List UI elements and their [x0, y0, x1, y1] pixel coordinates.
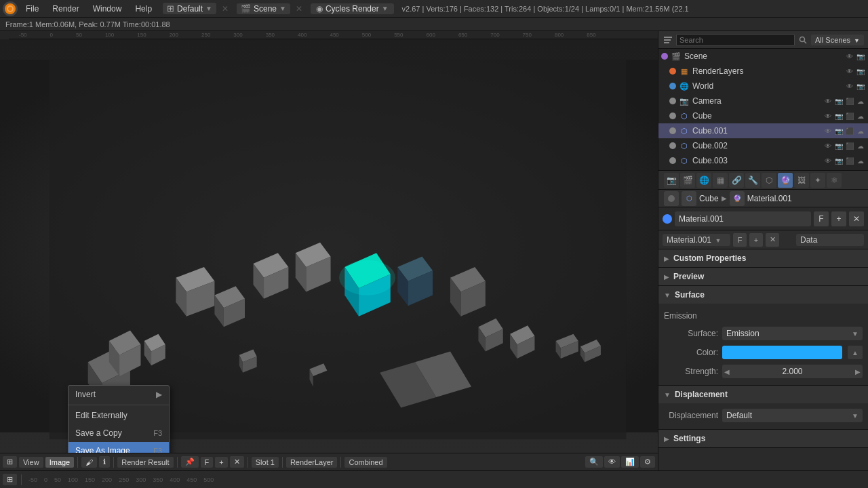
custom-properties-header[interactable]: ▶ Custom Properties — [658, 249, 868, 267]
ctx-f-btn[interactable]: F — [733, 233, 747, 247]
cube003-icon-2[interactable]: 📷 — [834, 156, 844, 165]
cube001-icon-1[interactable]: 👁 — [823, 126, 833, 136]
prop-physics-icon[interactable]: ⚛ — [827, 173, 842, 188]
mat-close-btn[interactable]: ✕ — [849, 211, 864, 226]
cube001-icon-2[interactable]: 📷 — [834, 126, 844, 136]
mat-f-btn[interactable]: F — [814, 211, 829, 226]
strength-input[interactable]: ◀ 2.000 ▶ — [722, 365, 863, 378]
cube-dot[interactable] — [669, 113, 676, 119]
bottom-view-btn[interactable]: View — [19, 457, 43, 468]
engine-selector[interactable]: ◉ Cycles Render ▼ — [311, 3, 394, 14]
cube-icon-1[interactable]: 👁 — [823, 111, 833, 121]
prop-scene-icon[interactable]: 🎬 — [680, 173, 695, 188]
camera-icon-1[interactable]: 👁 — [823, 96, 833, 106]
cube002-dot[interactable] — [669, 142, 676, 149]
cube002-icon-1[interactable]: 👁 — [823, 141, 833, 150]
tree-item-cube[interactable]: ⬡ Cube 👁 📷 ⬛ ☁ — [658, 108, 868, 123]
mat-add-btn[interactable]: + — [831, 211, 846, 226]
settings-btn-2[interactable]: ⚙ — [640, 456, 655, 468]
world-dot[interactable] — [669, 83, 676, 89]
tree-item-cube001[interactable]: ⬡ Cube.001 👁 📷 ⬛ ☁ — [658, 123, 868, 138]
tree-item-scene[interactable]: 🎬 Scene 👁 📷 — [658, 49, 868, 64]
combined-btn[interactable]: Combined — [344, 457, 387, 468]
cube001-icon-3[interactable]: ⬛ — [845, 126, 854, 136]
surface-dropdown[interactable]: Emission ▼ — [722, 327, 863, 340]
bottom-image-btn[interactable]: Image — [45, 457, 75, 468]
paint-icon[interactable]: 🖌 — [81, 457, 97, 468]
prop-constraint-icon[interactable]: 🔗 — [729, 173, 744, 188]
cube001-icon-4[interactable]: ☁ — [856, 126, 865, 136]
close-btn[interactable]: ✕ — [230, 456, 244, 468]
prop-data-icon[interactable]: ⬡ — [762, 173, 776, 188]
color-options-btn[interactable]: ▲ — [848, 346, 863, 359]
preview-header[interactable]: ▶ Preview — [658, 268, 868, 285]
cube003-dot[interactable] — [669, 157, 676, 164]
scene-vis-icon[interactable]: 👁 — [845, 52, 854, 61]
world-icon-1[interactable]: 👁 — [845, 81, 854, 91]
surface-header[interactable]: ▼ Surface — [658, 286, 868, 304]
ctx-save-copy[interactable]: Save a Copy F3 — [68, 424, 169, 442]
cube003-icon-3[interactable]: ⬛ — [845, 156, 854, 165]
settings-header[interactable]: ▶ Settings — [658, 430, 868, 447]
tree-item-camera[interactable]: 📷 Camera 👁 📷 ⬛ ☁ — [658, 94, 868, 108]
cube-icon-4[interactable]: ☁ — [856, 111, 865, 121]
prop-modifier-icon[interactable]: 🔧 — [745, 173, 760, 188]
breadcrumb-home-icon[interactable] — [664, 191, 679, 206]
rl-icon-1[interactable]: 👁 — [845, 66, 854, 76]
frame-btn[interactable]: F — [201, 457, 214, 468]
prop-obj-icon[interactable]: ▦ — [713, 173, 728, 188]
breadcrumb-material-icon[interactable]: 🔮 — [730, 191, 745, 206]
prop-texture-icon[interactable]: 🖼 — [794, 173, 809, 188]
camera-icon-2[interactable]: 📷 — [834, 96, 844, 106]
menu-file[interactable]: File — [20, 3, 44, 15]
pin-icon[interactable]: 📌 — [181, 456, 199, 468]
menu-help[interactable]: Help — [130, 3, 157, 15]
cube002-icon-3[interactable]: ⬛ — [845, 141, 854, 150]
view-btn-2[interactable]: 👁 — [604, 456, 620, 468]
color-picker[interactable] — [722, 346, 842, 359]
displacement-dropdown[interactable]: Default ▼ — [722, 409, 863, 422]
menu-window[interactable]: Window — [87, 3, 127, 15]
context-material-dropdown[interactable]: Material.001 ▼ — [663, 234, 730, 246]
tree-item-cube002[interactable]: ⬡ Cube.002 👁 📷 ⬛ ☁ — [658, 138, 868, 153]
add-btn[interactable]: + — [215, 457, 227, 468]
strength-inc[interactable]: ▶ — [853, 365, 863, 378]
menu-render[interactable]: Render — [47, 3, 84, 15]
material-name-field[interactable] — [675, 211, 811, 226]
render-layer-btn[interactable]: RenderLayer — [286, 457, 338, 468]
bottom-mode-icon[interactable]: ⊞ — [3, 456, 17, 468]
prop-particle-icon[interactable]: ✦ — [810, 173, 825, 188]
camera-dot[interactable] — [669, 98, 676, 104]
world-icon-2[interactable]: 📷 — [856, 81, 865, 91]
cube-icon-3[interactable]: ⬛ — [845, 111, 854, 121]
slot-btn[interactable]: Slot 1 — [252, 457, 279, 468]
workspace-selector[interactable]: ⊞ Default ▼ — [163, 3, 216, 14]
prop-render-icon[interactable]: 📷 — [664, 173, 679, 188]
zoom-btn[interactable]: 🔍 — [585, 456, 603, 468]
tree-item-world[interactable]: 🌐 World 👁 📷 — [658, 79, 868, 94]
cube-icon-2[interactable]: 📷 — [834, 111, 844, 121]
rl-dot[interactable] — [669, 68, 676, 75]
cube001-dot[interactable] — [669, 127, 676, 134]
tree-item-renderlayers[interactable]: ▦ RenderLayers 👁 📷 — [658, 64, 868, 79]
search-icon[interactable] — [797, 35, 808, 45]
cube003-icon-1[interactable]: 👁 — [823, 156, 833, 165]
ctx-close-btn[interactable]: ✕ — [766, 233, 779, 247]
cube002-icon-2[interactable]: 📷 — [834, 141, 844, 150]
camera-icon-4[interactable]: ☁ — [856, 96, 865, 106]
stats-btn[interactable]: 📊 — [621, 456, 639, 468]
displacement-header[interactable]: ▼ Displacement — [658, 386, 868, 403]
prop-material-icon[interactable]: 🔮 — [778, 173, 793, 188]
tree-item-cube003[interactable]: ⬡ Cube.003 👁 📷 ⬛ ☁ — [658, 153, 868, 168]
rl-icon-2[interactable]: 📷 — [856, 66, 865, 76]
ctx-edit-externally[interactable]: Edit Externally — [68, 407, 169, 424]
strength-dec[interactable]: ◀ — [722, 365, 732, 378]
viewport-canvas[interactable]: Invert ▶ Edit Externally Save a Copy F3 — [0, 39, 658, 453]
cube003-icon-4[interactable]: ☁ — [856, 156, 865, 165]
outliner-search[interactable] — [676, 34, 795, 46]
ctx-add-btn[interactable]: + — [749, 233, 763, 247]
camera-icon-3[interactable]: ⬛ — [845, 96, 854, 106]
scene-render-icon[interactable]: 📷 — [856, 52, 865, 61]
scene-dropdown[interactable]: All Scenes ▼ — [811, 35, 864, 45]
viewport[interactable]: Invert ▶ Edit Externally Save a Copy F3 — [0, 39, 658, 453]
